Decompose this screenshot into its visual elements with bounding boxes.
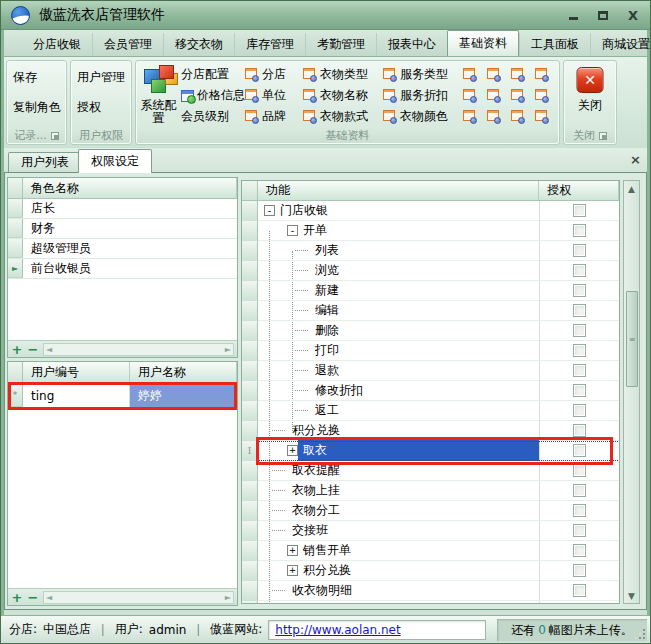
perm-tree-row[interactable]: 交接班 (242, 521, 619, 541)
scrollbar-thumb[interactable]: ≡ (626, 291, 638, 387)
perm-tree-label[interactable]: 交接班 (287, 520, 333, 541)
system-config-button[interactable]: 系统配置 (136, 61, 181, 125)
perm-tree-row[interactable]: I+取衣 (242, 441, 619, 461)
perm-tree-label[interactable]: 收衣物明细 (287, 580, 357, 601)
perm-tree-row[interactable]: 浏览 (242, 261, 619, 281)
add-row-button[interactable]: + (11, 592, 23, 603)
save-button[interactable]: 保存 (11, 67, 39, 87)
perm-tree-label[interactable]: 衣物上挂 (287, 480, 345, 501)
perm-tree-row[interactable]: 收衣物明细 (242, 581, 619, 601)
perm-tree-label[interactable]: 取衣提醒 (287, 460, 345, 481)
auth-checkbox[interactable] (573, 384, 586, 397)
user-manage-button[interactable]: 用户管理 (75, 67, 127, 87)
main-tab-9[interactable]: 商城设置 (590, 33, 651, 56)
document-close-icon[interactable]: × (628, 152, 643, 167)
auth-checkbox[interactable] (573, 424, 586, 437)
auth-checkbox[interactable] (573, 584, 586, 597)
perm-tree-row[interactable]: 编辑 (242, 301, 619, 321)
ribbon-button-服务折扣[interactable]: 服务折扣 (383, 85, 463, 106)
scroll-right-icon[interactable]: ► (225, 345, 231, 354)
user-name-cell[interactable]: 婷婷 (130, 384, 237, 407)
remove-row-button[interactable]: − (27, 592, 39, 603)
maximize-button[interactable] (596, 8, 610, 22)
perm-tree-label[interactable]: 取衣 (298, 440, 539, 461)
ribbon-icon-button[interactable] (535, 64, 559, 85)
main-tab-2[interactable]: 会员管理 (92, 33, 163, 56)
ribbon-icon-button[interactable] (487, 85, 511, 106)
perm-tree-row[interactable]: 衣物分工 (242, 501, 619, 521)
perm-tree-row[interactable]: 新建 (242, 281, 619, 301)
site-link[interactable]: http://www.aolan.net (275, 623, 400, 637)
tree-vertical-scrollbar[interactable]: ▲ ≡ ▼ (623, 180, 640, 604)
auth-checkbox[interactable] (573, 444, 586, 457)
perm-tree-label[interactable]: 编辑 (310, 300, 344, 321)
ribbon-icon-button[interactable] (511, 85, 535, 106)
role-name-cell[interactable]: 超级管理员 (23, 239, 237, 258)
role-row[interactable]: 财务 (8, 219, 237, 239)
main-tab-3[interactable]: 移交衣物 (163, 33, 234, 56)
ribbon-icon-button[interactable] (463, 85, 487, 106)
price-info-button[interactable]: 价格信息 (181, 85, 245, 106)
auth-checkbox[interactable] (573, 484, 586, 497)
role-row[interactable]: 超级管理员 (8, 239, 237, 259)
auth-checkbox[interactable] (573, 544, 586, 557)
role-name-cell[interactable]: 店长 (23, 199, 237, 218)
perm-tree-label[interactable]: 衣物分工 (287, 500, 345, 521)
perm-tree-label[interactable]: 新建 (310, 280, 344, 301)
main-tab-5[interactable]: 考勤管理 (305, 33, 376, 56)
role-row[interactable]: ►前台收银员 (8, 259, 237, 279)
auth-checkbox[interactable] (573, 524, 586, 537)
scroll-down-icon[interactable]: ▼ (624, 588, 639, 603)
role-row[interactable]: 店长 (8, 199, 237, 219)
perm-tree-label[interactable]: 浏览 (310, 260, 344, 281)
perm-tree-label[interactable]: 积分兑换 (298, 560, 356, 581)
copy-role-button[interactable]: 复制角色 (11, 97, 63, 117)
perm-tree-row[interactable]: 积分兑换 (242, 421, 619, 441)
main-tab-6[interactable]: 报表中心 (376, 33, 447, 56)
collapse-icon[interactable]: - (287, 225, 298, 236)
tab-perm-setting[interactable]: 权限设定 (78, 149, 152, 173)
perm-tree-row[interactable]: 返工记录 (242, 601, 619, 604)
scroll-right-icon[interactable]: ► (225, 593, 231, 602)
user-code-cell[interactable]: ting (23, 384, 130, 407)
role-name-cell[interactable]: 财务 (23, 219, 237, 238)
perm-tree-row[interactable]: 退款 (242, 361, 619, 381)
auth-checkbox[interactable] (573, 364, 586, 377)
expand-icon[interactable]: + (287, 445, 298, 456)
perm-tree-label[interactable]: 返工 (310, 400, 344, 421)
perm-tree-row[interactable]: 删除 (242, 321, 619, 341)
perm-tree-row[interactable]: 列表 (242, 241, 619, 261)
auth-checkbox[interactable] (573, 504, 586, 517)
auth-checkbox[interactable] (573, 304, 586, 317)
ribbon-button-衣物名称[interactable]: 衣物名称 (303, 85, 383, 106)
branch-config-button[interactable]: 分店配置 (181, 64, 245, 85)
ribbon-icon-button[interactable] (463, 106, 487, 127)
ribbon-icon-button[interactable] (535, 85, 559, 106)
perm-tree-row[interactable]: 打印 (242, 341, 619, 361)
perm-tree-label[interactable]: 删除 (310, 320, 344, 341)
scroll-up-icon[interactable]: ▲ (624, 181, 639, 196)
ribbon-icon-button[interactable] (487, 106, 511, 127)
main-tab-8[interactable]: 工具面板 (519, 33, 590, 56)
perm-tree-row[interactable]: +销售开单 (242, 541, 619, 561)
expand-icon[interactable]: + (287, 565, 298, 576)
user-row[interactable]: * ting 婷婷 (8, 384, 237, 408)
dialog-launcher-icon[interactable] (51, 132, 59, 140)
remove-row-button[interactable]: − (27, 344, 39, 355)
ribbon-button-衣物款式[interactable]: 衣物款式 (303, 106, 383, 127)
ribbon-button-品牌[interactable]: 品牌 (245, 106, 303, 127)
perm-tree-label[interactable]: 修改折扣 (310, 380, 368, 401)
tab-user-list[interactable]: 用户列表 (8, 152, 82, 172)
expand-icon[interactable]: + (287, 545, 298, 556)
perm-tree-row[interactable]: 修改折扣 (242, 381, 619, 401)
ribbon-icon-button[interactable] (487, 64, 511, 85)
scroll-left-icon[interactable]: ◄ (46, 593, 52, 602)
auth-checkbox[interactable] (573, 344, 586, 357)
ribbon-icon-button[interactable] (511, 64, 535, 85)
perm-tree-label[interactable]: 打印 (310, 340, 344, 361)
users-horizontal-scrollbar[interactable]: ◄ ► (43, 591, 234, 604)
perm-tree-row[interactable]: 取衣提醒 (242, 461, 619, 481)
authorize-button[interactable]: 授权 (75, 97, 103, 117)
perm-tree-label[interactable]: 列表 (310, 240, 344, 261)
perm-tree-row[interactable]: -开单 (242, 221, 619, 241)
